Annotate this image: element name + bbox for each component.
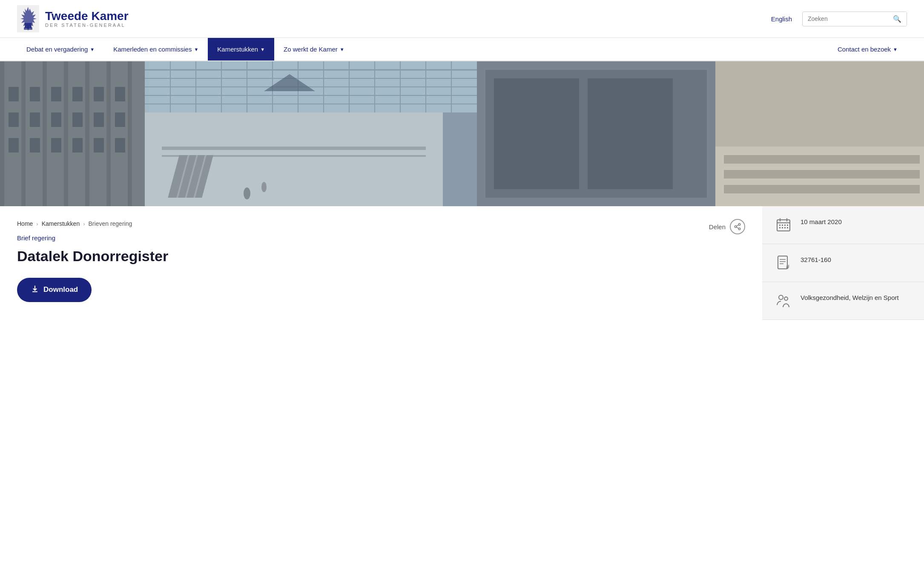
breadcrumb-sep-2: › [83, 221, 85, 227]
svg-rect-81 [779, 227, 781, 228]
svg-rect-79 [784, 225, 786, 226]
sidebar-item-topic: Volksgezondheid, Welzijn en Sport [762, 282, 924, 320]
svg-rect-62 [715, 61, 924, 147]
svg-rect-3 [24, 27, 32, 30]
svg-rect-24 [115, 112, 125, 127]
svg-rect-51 [162, 147, 426, 150]
share-button[interactable] [730, 219, 745, 234]
svg-point-90 [779, 295, 783, 300]
svg-rect-13 [9, 87, 19, 101]
nav-item-kamerstukken-label: Kamerstukken [217, 46, 258, 53]
nav-right: Contact en bezoek ▼ [828, 38, 907, 60]
svg-rect-20 [30, 112, 40, 127]
logo-icon [17, 5, 39, 32]
breadcrumb-section[interactable]: Kamerstukken [42, 220, 80, 227]
svg-rect-65 [724, 185, 920, 193]
chevron-down-icon: ▼ [260, 47, 265, 52]
svg-rect-7 [26, 61, 43, 206]
search-box: 🔍 [802, 12, 907, 26]
chevron-down-icon: ▼ [893, 47, 898, 52]
calendar-icon [774, 216, 793, 234]
nav-item-zowerk-label: Zo werkt de Kamer [284, 46, 338, 53]
breadcrumb-home[interactable]: Home [17, 220, 33, 227]
svg-rect-15 [51, 87, 61, 101]
download-icon [31, 285, 39, 295]
svg-point-69 [735, 226, 737, 228]
nav-item-contact[interactable]: Contact en bezoek ▼ [828, 38, 907, 60]
search-input[interactable] [803, 12, 888, 25]
svg-rect-18 [115, 87, 125, 101]
nav-items: Debat en vergadering ▼ Kamerleden en com… [17, 38, 828, 60]
chevron-down-icon: ▼ [90, 47, 95, 52]
hero-svg [0, 61, 924, 206]
main-content: Home › Kamerstukken › Brieven regering D… [0, 206, 762, 320]
svg-rect-22 [72, 112, 83, 127]
svg-rect-27 [51, 138, 61, 153]
svg-rect-21 [51, 112, 61, 127]
svg-rect-29 [94, 138, 104, 153]
breadcrumb-sep-1: › [36, 221, 38, 227]
document-number-icon: # [774, 253, 793, 272]
breadcrumb-current: Brieven regering [89, 220, 132, 227]
chevron-down-icon: ▼ [340, 47, 344, 52]
svg-rect-80 [787, 225, 788, 226]
nav-item-kamerstukken[interactable]: Kamerstukken ▼ [208, 38, 274, 60]
svg-rect-78 [782, 225, 783, 226]
logo-text: Tweede Kamer DER STATEN-GENERAAL [45, 10, 129, 28]
svg-rect-8 [47, 61, 64, 206]
nav-item-kamerleden[interactable]: Kamerleden en commissies ▼ [104, 38, 208, 60]
svg-rect-59 [494, 78, 579, 189]
sidebar-topic-text: Volksgezondheid, Welzijn en Sport [801, 291, 899, 302]
nav-item-zowerk[interactable]: Zo werkt de Kamer ▼ [274, 38, 354, 60]
svg-rect-28 [72, 138, 83, 153]
sidebar-item-date: 10 maart 2020 [762, 206, 924, 244]
logo-subtitle: DER STATEN-GENERAAL [45, 23, 129, 28]
svg-point-70 [738, 228, 740, 230]
svg-rect-63 [724, 155, 920, 164]
nav-item-kamerleden-label: Kamerleden en commissies [113, 46, 192, 53]
page-title: Datalek Donorregister [17, 248, 745, 265]
sidebar-date-text: 10 maart 2020 [801, 216, 842, 226]
category-label: Brief regering [17, 234, 745, 242]
search-button[interactable]: 🔍 [888, 12, 907, 26]
logo-area: Tweede Kamer DER STATEN-GENERAAL [17, 5, 129, 32]
svg-rect-60 [588, 78, 673, 189]
logo-title: Tweede Kamer [45, 10, 129, 23]
svg-rect-23 [94, 112, 104, 127]
nav-item-debat-label: Debat en vergadering [26, 46, 88, 53]
share-area: Delen [709, 219, 745, 234]
header-right: English 🔍 [771, 12, 907, 26]
svg-rect-17 [94, 87, 104, 101]
share-icon [730, 219, 745, 234]
share-svg-icon [734, 223, 741, 230]
breadcrumb-share: Home › Kamerstukken › Brieven regering D… [17, 219, 745, 234]
svg-point-67 [261, 182, 267, 192]
svg-text:#: # [786, 263, 789, 270]
share-label: Delen [709, 223, 726, 230]
svg-rect-26 [30, 138, 40, 153]
download-label: Download [43, 285, 78, 294]
hero-image [0, 61, 924, 206]
nav-item-debat[interactable]: Debat en vergadering ▼ [17, 38, 104, 60]
svg-rect-84 [787, 227, 788, 228]
svg-rect-83 [784, 227, 786, 228]
content-wrapper: Home › Kamerstukken › Brieven regering D… [0, 206, 924, 320]
svg-rect-25 [9, 138, 19, 153]
sidebar-item-number: # 32761-160 [762, 244, 924, 282]
svg-rect-11 [111, 61, 128, 206]
nav-item-contact-label: Contact en bezoek [838, 46, 891, 53]
main-nav: Debat en vergadering ▼ Kamerleden en com… [0, 38, 924, 61]
svg-rect-82 [782, 227, 783, 228]
svg-rect-19 [9, 112, 19, 127]
svg-rect-16 [72, 87, 83, 101]
sidebar-number-text: 32761-160 [801, 253, 831, 264]
people-icon [774, 291, 793, 310]
svg-point-66 [244, 187, 250, 199]
download-arrow-icon [31, 285, 39, 293]
svg-rect-30 [115, 138, 125, 153]
download-button[interactable]: Download [17, 278, 92, 302]
language-link[interactable]: English [771, 15, 792, 23]
top-header: Tweede Kamer DER STATEN-GENERAAL English… [0, 0, 924, 38]
chevron-down-icon: ▼ [194, 47, 198, 52]
svg-rect-77 [779, 225, 781, 226]
